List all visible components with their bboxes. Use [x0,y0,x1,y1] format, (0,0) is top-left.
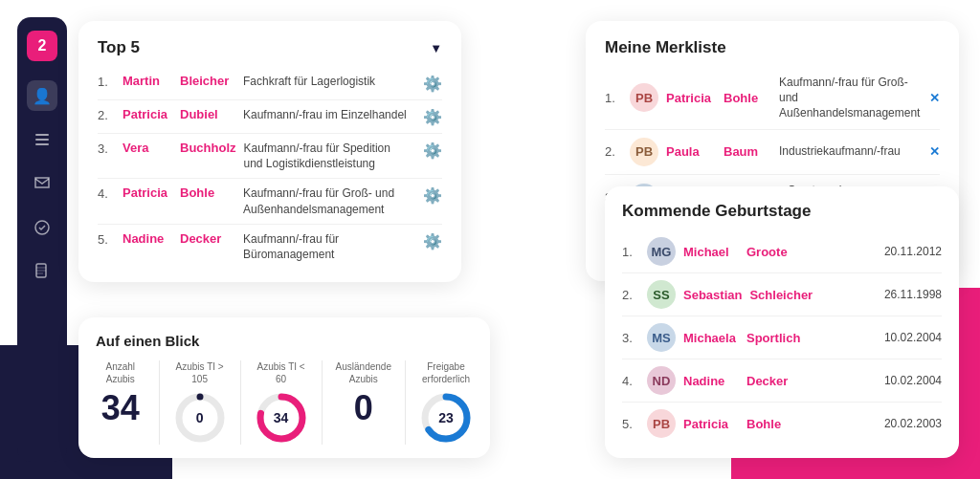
remove-button[interactable]: ✕ [929,144,940,159]
geburtstage-header: Kommende Geburtstage [622,202,942,221]
blick-items: Anzahl Azubis34Azubis TI > 105 0 Azubis … [96,360,473,445]
avatar: PB [630,138,658,166]
blick-title: Auf einen Blick [96,333,473,349]
row-lastname[interactable]: Bohle [180,185,235,200]
row-firstname[interactable]: Martin [122,74,172,88]
gear-icon[interactable]: ⚙️ [423,108,442,126]
row-lastname[interactable]: Schleicher [749,288,816,302]
avatar: MS [647,323,676,352]
top5-list: 1. Martin Bleicher Fachkraft für Lagerlo… [98,67,442,269]
row-firstname[interactable]: Patricia [666,91,716,105]
sidebar-logo: 2 [27,31,57,61]
row-lastname[interactable]: Bohle [746,417,813,431]
gear-icon[interactable]: ⚙️ [423,186,442,205]
top5-dropdown[interactable]: ▼ [430,41,442,55]
donut-value: 0 [196,410,204,425]
row-lastname[interactable]: Decker [746,374,813,388]
birthday-date: 20.11.2012 [884,245,942,258]
donut-value: 34 [274,410,289,425]
sidebar-item-messages[interactable] [27,168,57,199]
top5-list-item: 3. Vera Buchholz Kaufmann/-frau für Sped… [98,134,442,179]
row-number: 5. [622,417,639,431]
blick-item-label: Anzahl Azubis [96,360,145,385]
blick-item-label: Azubis TI > 105 [173,360,227,385]
donut-value: 23 [438,410,454,425]
row-job: Kaufmann/-frau für Spedition und Logisti… [244,141,411,171]
avatar: SS [647,280,676,309]
blick-item-label: Ausländende Azubis [336,360,391,385]
donut-chart: 34 [255,391,308,445]
row-firstname[interactable]: Patricia [683,417,739,431]
row-lastname[interactable]: Buchholz [180,141,236,155]
row-job: Kaufmann/-frau im Einzelhandel [243,107,410,122]
gear-icon[interactable]: ⚙️ [423,75,442,93]
row-job: Kaufmann/-frau für Groß- und Außenhandel… [779,75,922,121]
row-firstname[interactable]: Nadine [683,374,739,388]
svg-rect-1 [35,139,49,141]
avatar: PB [647,409,676,438]
row-firstname[interactable]: Michaela [683,331,739,345]
blick-item: Ausländende Azubis0 [336,360,391,445]
svg-rect-0 [35,134,49,136]
row-number: 1. [98,74,115,89]
row-number: 2. [605,144,622,159]
blick-item: Azubis TI < 60 34 [255,360,308,445]
row-lastname[interactable]: Bleicher [180,74,235,88]
row-lastname[interactable]: Groote [746,245,813,259]
top5-list-item: 2. Patricia Dubiel Kaufmann/-frau im Ein… [98,100,442,134]
top5-list-item: 1. Martin Bleicher Fachkraft für Lagerlo… [98,67,442,100]
avatar: ND [647,366,676,395]
geburtstage-list-item: 1. MG Michael Groote 20.11.2012 [622,230,942,273]
sidebar-item-list[interactable] [27,124,57,155]
gear-icon[interactable]: ⚙️ [423,142,442,160]
row-lastname[interactable]: Bohle [724,91,771,105]
sidebar-item-profile[interactable]: 👤 [27,80,57,111]
geburtstage-list-item: 2. SS Sebastian Schleicher 26.11.1998 [622,273,942,316]
avatar: MG [647,237,676,266]
merkliste-list-item: 2. PB Paula Baum Industriekaufmann/-frau… [605,130,940,175]
row-job: Industriekaufmann/-frau [779,143,922,159]
merkliste-title: Meine Merkliste [605,38,726,57]
row-firstname[interactable]: Patricia [122,185,172,200]
sidebar: 2 👤 [17,17,67,462]
row-number: 4. [622,374,639,388]
row-number: 1. [622,245,639,259]
row-lastname[interactable]: Sportlich [746,331,813,345]
row-lastname[interactable]: Baum [724,144,771,159]
blick-item-label: Freigabe erforderlich [419,360,473,385]
geburtstage-list-item: 4. ND Nadine Decker 10.02.2004 [622,359,942,403]
geburtstage-list-item: 5. PB Patricia Bohle 20.02.2003 [622,403,942,445]
blick-item: Azubis TI > 105 0 [173,360,227,445]
blick-card: Auf einen Blick Anzahl Azubis34Azubis TI… [78,317,490,458]
merkliste-list-item: 1. PB Patricia Bohle Kaufmann/-frau für … [605,67,940,130]
birthday-date: 20.02.2003 [884,417,942,430]
row-lastname[interactable]: Dubiel [180,107,235,121]
svg-rect-2 [35,143,49,145]
row-firstname[interactable]: Paula [666,144,716,159]
row-firstname[interactable]: Vera [122,141,172,155]
birthday-date: 10.02.2004 [884,331,942,344]
row-firstname[interactable]: Patricia [122,107,172,121]
top5-card: Top 5 ▼ 1. Martin Bleicher Fachkraft für… [78,21,461,282]
blick-item-value: 0 [354,391,373,425]
row-number: 4. [98,185,115,201]
blick-item: Anzahl Azubis34 [96,360,145,445]
geburtstage-list-item: 3. MS Michaela Sportlich 10.02.2004 [622,316,942,359]
remove-button[interactable]: ✕ [929,91,940,105]
top5-header: Top 5 ▼ [98,38,442,57]
sidebar-item-tasks[interactable] [27,212,57,243]
geburtstage-list: 1. MG Michael Groote 20.11.2012 2. SS Se… [622,230,942,445]
merkliste-header: Meine Merkliste [605,38,940,57]
donut-chart: 23 [419,391,473,445]
row-firstname[interactable]: Michael [683,245,739,259]
sidebar-item-documents[interactable] [27,256,57,287]
row-lastname[interactable]: Decker [180,231,235,246]
row-firstname[interactable]: Nadine [122,231,172,246]
gear-icon[interactable]: ⚙️ [423,232,442,250]
blick-item: Freigabe erforderlich 23 [419,360,473,445]
row-number: 2. [622,288,639,302]
row-firstname[interactable]: Sebastian [683,288,742,302]
row-number: 1. [605,91,622,105]
row-job: Fachkraft für Lagerlogistik [243,74,410,89]
blick-item-label: Azubis TI < 60 [255,360,308,385]
